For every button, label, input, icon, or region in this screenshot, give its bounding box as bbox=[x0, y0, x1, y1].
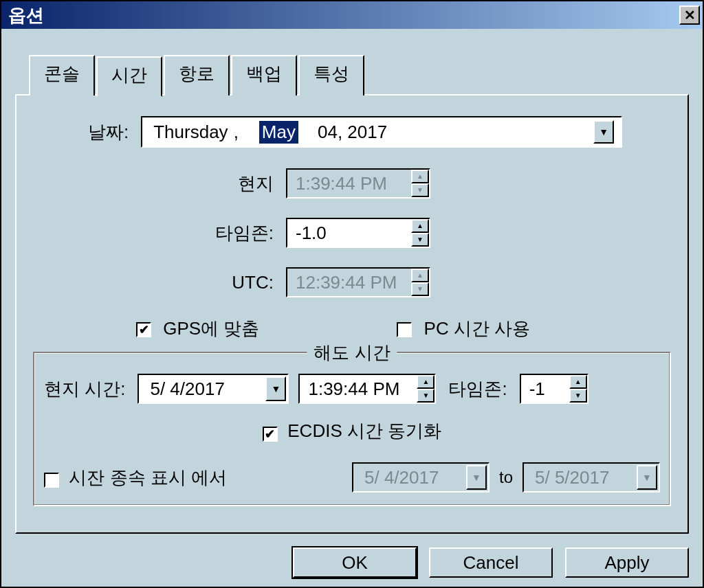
spin-down-icon[interactable]: ▼ bbox=[569, 389, 587, 403]
chevron-down-icon: ▼ bbox=[472, 472, 481, 483]
date-month[interactable]: May bbox=[259, 121, 298, 144]
time-dep-option[interactable]: 시잔 종속 표시 에서 bbox=[44, 466, 227, 490]
chevron-down-icon: ▼ bbox=[642, 472, 652, 483]
chart-tz-spin-buttons: ▲ ▼ bbox=[569, 375, 587, 403]
ecdis-sync-option[interactable]: ✔ ECDIS 시간 동기화 bbox=[263, 419, 441, 443]
time-dep-from-value: 5/ 4/2017 bbox=[364, 467, 439, 488]
spin-up-icon: ▲ bbox=[411, 170, 429, 183]
time-dep-to-dropdown: ▼ bbox=[637, 465, 657, 490]
date-weekday: Thursday bbox=[153, 122, 228, 143]
titlebar: 옵션 ✕ bbox=[1, 1, 703, 29]
chart-local-date-value: 5/ 4/2017 bbox=[150, 378, 224, 400]
local-time-spinner: 1:39:44 PM ▲ ▼ bbox=[286, 168, 430, 199]
tab-property[interactable]: 특성 bbox=[298, 55, 364, 95]
tab-route[interactable]: 항로 bbox=[164, 55, 230, 95]
chart-tz-value: -1 bbox=[529, 378, 566, 400]
local-time-value: 1:39:44 PM bbox=[296, 173, 408, 194]
spin-up-icon: ▲ bbox=[411, 269, 429, 282]
ok-button[interactable]: OK bbox=[293, 547, 417, 578]
chart-local-time-spinner[interactable]: 1:39:44 PM ▲ ▼ bbox=[298, 374, 436, 404]
pc-time-option[interactable]: PC 시간 사용 bbox=[397, 317, 530, 341]
options-dialog: 옵션 ✕ 콘솔 시간 항로 백업 특성 날짜: Thursday , May 0… bbox=[0, 0, 704, 588]
gps-sync-checkbox[interactable]: ✔ bbox=[136, 322, 151, 337]
time-dep-checkbox[interactable] bbox=[44, 473, 59, 488]
gps-sync-label: GPS에 맞춤 bbox=[163, 318, 259, 339]
utc-label: UTC: bbox=[177, 272, 274, 293]
chart-local-label: 현지 시간: bbox=[44, 377, 125, 401]
time-dep-to-combo: 5/ 5/2017 ▼ bbox=[522, 462, 660, 493]
date-comma: , bbox=[234, 122, 239, 143]
spin-down-icon: ▼ bbox=[411, 282, 429, 296]
spin-up-icon[interactable]: ▲ bbox=[569, 375, 587, 389]
chart-local-time-spin-buttons: ▲ ▼ bbox=[417, 375, 434, 403]
window-title: 옵션 bbox=[8, 3, 44, 27]
chevron-down-icon: ▼ bbox=[599, 126, 608, 137]
time-dep-label: 시잔 종속 표시 에서 bbox=[69, 467, 227, 488]
tab-bar: 콘솔 시간 항로 백업 특성 bbox=[29, 55, 689, 95]
tab-backup[interactable]: 백업 bbox=[231, 55, 297, 95]
timezone-value: -1.0 bbox=[296, 223, 408, 244]
tab-panel-time: 날짜: Thursday , May 04, 2017 ▼ 현지 1:39:44… bbox=[15, 94, 689, 534]
chevron-down-icon: ▼ bbox=[272, 383, 281, 394]
local-time-spin-buttons: ▲ ▼ bbox=[411, 170, 429, 197]
spin-down-icon: ▼ bbox=[411, 183, 429, 197]
timezone-spinner[interactable]: -1.0 ▲ ▼ bbox=[286, 218, 430, 248]
close-icon: ✕ bbox=[684, 7, 696, 23]
utc-spinner: 12:39:44 PM ▲ ▼ bbox=[286, 267, 430, 297]
time-rows: 현지 1:39:44 PM ▲ ▼ 타임존: -1.0 ▲ bbox=[177, 168, 671, 297]
dialog-buttons: OK Cancel Apply bbox=[15, 547, 689, 578]
chart-time-legend: 해도 시간 bbox=[307, 341, 397, 365]
utc-spin-buttons: ▲ ▼ bbox=[411, 269, 429, 296]
gps-sync-option[interactable]: ✔ GPS에 맞춤 bbox=[136, 317, 259, 341]
time-dep-to-value: 5/ 5/2017 bbox=[535, 467, 609, 488]
chart-time-group: 해도 시간 현지 시간: 5/ 4/2017 ▼ 1:39:44 PM ▲ ▼ bbox=[33, 352, 671, 506]
close-button[interactable]: ✕ bbox=[679, 5, 700, 25]
time-dep-to-word: to bbox=[499, 468, 513, 487]
chart-local-date-combo[interactable]: 5/ 4/2017 ▼ bbox=[138, 374, 289, 404]
date-dropdown-button[interactable]: ▼ bbox=[593, 120, 614, 144]
date-picker[interactable]: Thursday , May 04, 2017 ▼ bbox=[141, 116, 622, 148]
pc-time-checkbox[interactable] bbox=[397, 322, 412, 337]
date-day-year: 04, 2017 bbox=[318, 122, 387, 143]
date-label: 날짜: bbox=[88, 120, 129, 144]
tab-time[interactable]: 시간 bbox=[96, 56, 162, 97]
chart-local-time-value: 1:39:44 PM bbox=[308, 378, 414, 400]
local-time-label: 현지 bbox=[177, 172, 274, 196]
pc-time-label: PC 시간 사용 bbox=[424, 318, 531, 339]
ecdis-sync-label: ECDIS 시간 동기화 bbox=[287, 420, 441, 441]
timezone-label: 타임존: bbox=[177, 221, 274, 245]
chart-local-date-dropdown[interactable]: ▼ bbox=[265, 376, 286, 401]
spin-up-icon[interactable]: ▲ bbox=[417, 375, 434, 389]
content-area: 콘솔 시간 항로 백업 특성 날짜: Thursday , May 04, 20… bbox=[1, 29, 703, 587]
timezone-spin-buttons: ▲ ▼ bbox=[411, 219, 429, 247]
ecdis-sync-checkbox[interactable]: ✔ bbox=[263, 427, 278, 442]
spin-down-icon[interactable]: ▼ bbox=[417, 389, 434, 403]
time-dep-from-dropdown: ▼ bbox=[466, 465, 487, 490]
tab-console[interactable]: 콘솔 bbox=[29, 55, 95, 95]
spin-up-icon[interactable]: ▲ bbox=[411, 219, 429, 233]
apply-button[interactable]: Apply bbox=[565, 547, 689, 578]
utc-value: 12:39:44 PM bbox=[296, 272, 408, 293]
time-dep-from-combo: 5/ 4/2017 ▼ bbox=[352, 462, 490, 493]
chart-tz-spinner[interactable]: -1 ▲ ▼ bbox=[520, 374, 588, 404]
spin-down-icon[interactable]: ▼ bbox=[411, 233, 429, 247]
cancel-button[interactable]: Cancel bbox=[429, 547, 553, 578]
chart-tz-label: 타임존: bbox=[448, 377, 507, 401]
